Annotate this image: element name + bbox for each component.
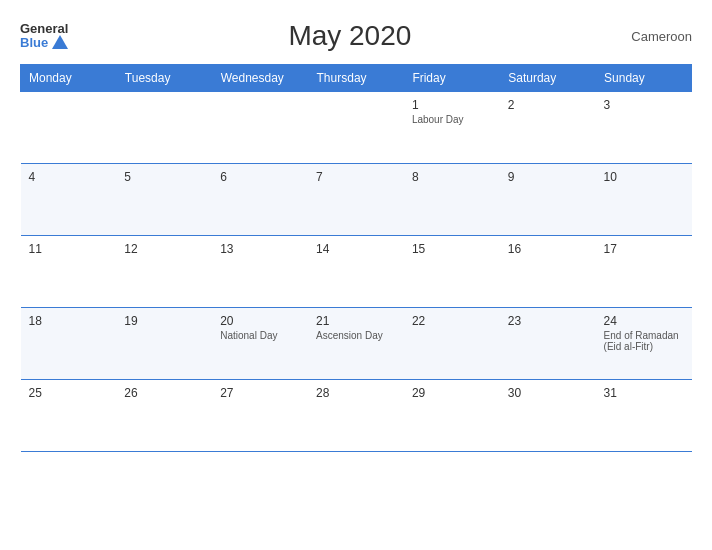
day-number: 29 (412, 386, 492, 400)
col-saturday: Saturday (500, 65, 596, 92)
day-number: 24 (604, 314, 684, 328)
calendar-cell: 23 (500, 308, 596, 380)
calendar-body: 1Labour Day23456789101112131415161718192… (21, 92, 692, 452)
calendar-header: Monday Tuesday Wednesday Thursday Friday… (21, 65, 692, 92)
day-number: 18 (29, 314, 109, 328)
day-number: 19 (124, 314, 204, 328)
calendar-cell: 28 (308, 380, 404, 452)
calendar-cell: 2 (500, 92, 596, 164)
day-number: 15 (412, 242, 492, 256)
calendar-row: 181920National Day21Ascension Day222324E… (21, 308, 692, 380)
calendar-cell: 13 (212, 236, 308, 308)
calendar-cell: 17 (596, 236, 692, 308)
calendar-cell: 5 (116, 164, 212, 236)
calendar-cell: 24End of Ramadan (Eid al-Fitr) (596, 308, 692, 380)
calendar-cell: 9 (500, 164, 596, 236)
day-number: 12 (124, 242, 204, 256)
day-number: 3 (604, 98, 684, 112)
calendar-header-row: Monday Tuesday Wednesday Thursday Friday… (21, 65, 692, 92)
day-number: 27 (220, 386, 300, 400)
day-number: 8 (412, 170, 492, 184)
calendar-cell (116, 92, 212, 164)
calendar-row: 1Labour Day23 (21, 92, 692, 164)
day-number: 7 (316, 170, 396, 184)
calendar-cell: 25 (21, 380, 117, 452)
day-number: 20 (220, 314, 300, 328)
calendar-cell: 4 (21, 164, 117, 236)
calendar-cell: 15 (404, 236, 500, 308)
holiday-label: Ascension Day (316, 330, 396, 341)
calendar-cell: 27 (212, 380, 308, 452)
calendar-cell: 26 (116, 380, 212, 452)
calendar-cell: 29 (404, 380, 500, 452)
logo-triangle-icon (52, 35, 68, 49)
calendar-cell (212, 92, 308, 164)
calendar-cell: 20National Day (212, 308, 308, 380)
calendar-cell (308, 92, 404, 164)
day-number: 10 (604, 170, 684, 184)
day-number: 26 (124, 386, 204, 400)
calendar-row: 11121314151617 (21, 236, 692, 308)
calendar-cell: 19 (116, 308, 212, 380)
calendar-cell: 12 (116, 236, 212, 308)
day-number: 31 (604, 386, 684, 400)
day-number: 1 (412, 98, 492, 112)
calendar-cell: 8 (404, 164, 500, 236)
calendar-row: 45678910 (21, 164, 692, 236)
calendar-cell: 6 (212, 164, 308, 236)
day-number: 30 (508, 386, 588, 400)
calendar-cell: 10 (596, 164, 692, 236)
logo-general-text: General (20, 22, 68, 35)
col-monday: Monday (21, 65, 117, 92)
day-number: 21 (316, 314, 396, 328)
col-tuesday: Tuesday (116, 65, 212, 92)
calendar-cell: 30 (500, 380, 596, 452)
page-header: General Blue May 2020 Cameroon (20, 20, 692, 52)
day-number: 11 (29, 242, 109, 256)
calendar-cell: 7 (308, 164, 404, 236)
calendar-cell: 31 (596, 380, 692, 452)
day-number: 2 (508, 98, 588, 112)
holiday-label: Labour Day (412, 114, 492, 125)
logo-blue-text: Blue (20, 36, 48, 49)
col-thursday: Thursday (308, 65, 404, 92)
logo: General Blue (20, 22, 68, 51)
day-number: 5 (124, 170, 204, 184)
calendar-cell: 16 (500, 236, 596, 308)
calendar-cell: 14 (308, 236, 404, 308)
day-number: 6 (220, 170, 300, 184)
holiday-label: End of Ramadan (Eid al-Fitr) (604, 330, 684, 352)
day-number: 17 (604, 242, 684, 256)
calendar-row: 25262728293031 (21, 380, 692, 452)
day-number: 16 (508, 242, 588, 256)
calendar-table: Monday Tuesday Wednesday Thursday Friday… (20, 64, 692, 452)
country-label: Cameroon (631, 29, 692, 44)
day-number: 23 (508, 314, 588, 328)
calendar-cell: 3 (596, 92, 692, 164)
day-number: 25 (29, 386, 109, 400)
calendar-cell: 18 (21, 308, 117, 380)
calendar-cell: 21Ascension Day (308, 308, 404, 380)
calendar-cell: 1Labour Day (404, 92, 500, 164)
day-number: 9 (508, 170, 588, 184)
calendar-cell (21, 92, 117, 164)
holiday-label: National Day (220, 330, 300, 341)
calendar-title: May 2020 (288, 20, 411, 52)
day-number: 14 (316, 242, 396, 256)
day-number: 4 (29, 170, 109, 184)
col-wednesday: Wednesday (212, 65, 308, 92)
day-number: 13 (220, 242, 300, 256)
day-number: 22 (412, 314, 492, 328)
calendar-cell: 11 (21, 236, 117, 308)
calendar-cell: 22 (404, 308, 500, 380)
col-friday: Friday (404, 65, 500, 92)
day-number: 28 (316, 386, 396, 400)
col-sunday: Sunday (596, 65, 692, 92)
